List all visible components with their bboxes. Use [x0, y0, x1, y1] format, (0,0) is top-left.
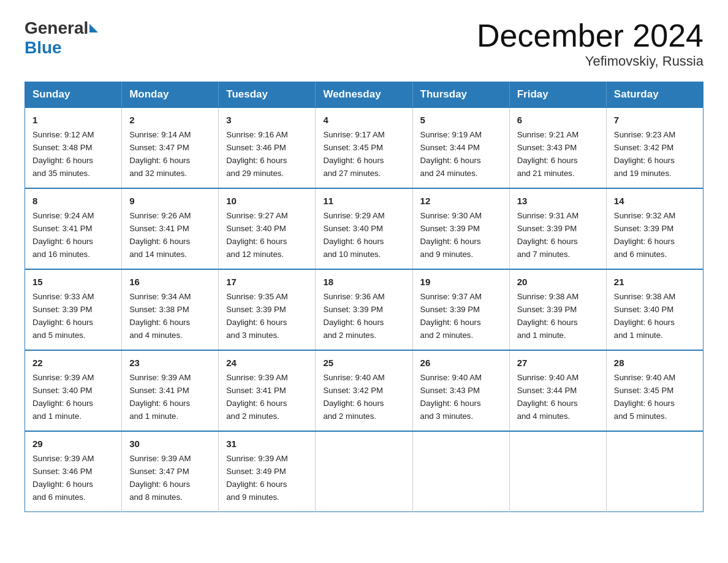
day-of-week-header: Monday: [122, 82, 219, 108]
calendar-week-row: 15Sunrise: 9:33 AM Sunset: 3:39 PM Dayli…: [25, 269, 703, 350]
day-of-week-header: Wednesday: [316, 82, 412, 108]
calendar-day-cell: 20Sunrise: 9:38 AM Sunset: 3:39 PM Dayli…: [509, 269, 606, 350]
calendar-day-cell: 15Sunrise: 9:33 AM Sunset: 3:39 PM Dayli…: [25, 269, 122, 350]
calendar-day-cell: 17Sunrise: 9:35 AM Sunset: 3:39 PM Dayli…: [219, 269, 316, 350]
day-info: Sunrise: 9:26 AM Sunset: 3:41 PM Dayligh…: [129, 211, 191, 259]
calendar-day-cell: 12Sunrise: 9:30 AM Sunset: 3:39 PM Dayli…: [412, 188, 509, 269]
calendar-day-cell: 27Sunrise: 9:40 AM Sunset: 3:44 PM Dayli…: [509, 350, 606, 431]
day-info: Sunrise: 9:19 AM Sunset: 3:44 PM Dayligh…: [420, 130, 482, 178]
day-of-week-header: Saturday: [606, 82, 703, 108]
calendar-day-cell: 5Sunrise: 9:19 AM Sunset: 3:44 PM Daylig…: [412, 107, 509, 188]
logo-arrow-icon: [89, 24, 98, 33]
month-title: December 2024: [477, 18, 703, 53]
day-number: 1: [32, 113, 114, 127]
day-number: 4: [323, 113, 404, 127]
calendar-day-cell: 18Sunrise: 9:36 AM Sunset: 3:39 PM Dayli…: [316, 269, 412, 350]
day-info: Sunrise: 9:21 AM Sunset: 3:43 PM Dayligh…: [517, 130, 578, 178]
day-number: 10: [226, 194, 308, 208]
day-info: Sunrise: 9:29 AM Sunset: 3:40 PM Dayligh…: [323, 211, 384, 259]
calendar-day-cell: 24Sunrise: 9:39 AM Sunset: 3:41 PM Dayli…: [219, 350, 316, 431]
calendar-week-row: 29Sunrise: 9:39 AM Sunset: 3:46 PM Dayli…: [25, 431, 703, 511]
calendar-table: SundayMondayTuesdayWednesdayThursdayFrid…: [25, 82, 703, 512]
day-number: 18: [323, 275, 404, 289]
day-number: 19: [420, 275, 502, 289]
day-info: Sunrise: 9:39 AM Sunset: 3:49 PM Dayligh…: [226, 454, 287, 502]
location-title: Yefimovskiy, Russia: [477, 53, 703, 69]
day-number: 25: [323, 356, 404, 370]
day-number: 22: [32, 356, 114, 370]
calendar-day-cell: 7Sunrise: 9:23 AM Sunset: 3:42 PM Daylig…: [606, 107, 703, 188]
calendar-day-cell: 1Sunrise: 9:12 AM Sunset: 3:48 PM Daylig…: [25, 107, 122, 188]
calendar-week-row: 1Sunrise: 9:12 AM Sunset: 3:48 PM Daylig…: [25, 107, 703, 188]
calendar-day-cell: 4Sunrise: 9:17 AM Sunset: 3:45 PM Daylig…: [316, 107, 412, 188]
day-info: Sunrise: 9:33 AM Sunset: 3:39 PM Dayligh…: [32, 292, 94, 340]
calendar-day-cell: 21Sunrise: 9:38 AM Sunset: 3:40 PM Dayli…: [606, 269, 703, 350]
day-number: 5: [420, 113, 502, 127]
day-number: 3: [226, 113, 308, 127]
calendar-day-cell: [509, 431, 606, 511]
day-number: 30: [129, 437, 211, 451]
calendar-day-cell: 23Sunrise: 9:39 AM Sunset: 3:41 PM Dayli…: [122, 350, 219, 431]
calendar-header-row: SundayMondayTuesdayWednesdayThursdayFrid…: [25, 82, 703, 108]
day-number: 31: [226, 437, 308, 451]
day-of-week-header: Thursday: [412, 82, 509, 108]
day-number: 9: [129, 194, 211, 208]
calendar-day-cell: 10Sunrise: 9:27 AM Sunset: 3:40 PM Dayli…: [219, 188, 316, 269]
day-info: Sunrise: 9:24 AM Sunset: 3:41 PM Dayligh…: [32, 211, 94, 259]
day-info: Sunrise: 9:38 AM Sunset: 3:39 PM Dayligh…: [517, 292, 578, 340]
day-info: Sunrise: 9:14 AM Sunset: 3:47 PM Dayligh…: [129, 130, 191, 178]
day-info: Sunrise: 9:30 AM Sunset: 3:39 PM Dayligh…: [420, 211, 482, 259]
calendar-day-cell: 16Sunrise: 9:34 AM Sunset: 3:38 PM Dayli…: [122, 269, 219, 350]
title-section: December 2024 Yefimovskiy, Russia: [477, 18, 703, 69]
day-number: 13: [517, 194, 599, 208]
calendar-day-cell: 28Sunrise: 9:40 AM Sunset: 3:45 PM Dayli…: [606, 350, 703, 431]
calendar-day-cell: [316, 431, 412, 511]
calendar-day-cell: 11Sunrise: 9:29 AM Sunset: 3:40 PM Dayli…: [316, 188, 412, 269]
day-info: Sunrise: 9:40 AM Sunset: 3:42 PM Dayligh…: [323, 373, 384, 421]
calendar-day-cell: 6Sunrise: 9:21 AM Sunset: 3:43 PM Daylig…: [509, 107, 606, 188]
day-info: Sunrise: 9:37 AM Sunset: 3:39 PM Dayligh…: [420, 292, 482, 340]
calendar-week-row: 8Sunrise: 9:24 AM Sunset: 3:41 PM Daylig…: [25, 188, 703, 269]
day-info: Sunrise: 9:40 AM Sunset: 3:43 PM Dayligh…: [420, 373, 482, 421]
day-info: Sunrise: 9:39 AM Sunset: 3:46 PM Dayligh…: [32, 454, 94, 502]
calendar-week-row: 22Sunrise: 9:39 AM Sunset: 3:40 PM Dayli…: [25, 350, 703, 431]
day-number: 8: [32, 194, 114, 208]
day-info: Sunrise: 9:35 AM Sunset: 3:39 PM Dayligh…: [226, 292, 287, 340]
calendar-day-cell: [412, 431, 509, 511]
calendar-day-cell: 3Sunrise: 9:16 AM Sunset: 3:46 PM Daylig…: [219, 107, 316, 188]
day-info: Sunrise: 9:16 AM Sunset: 3:46 PM Dayligh…: [226, 130, 287, 178]
day-number: 27: [517, 356, 599, 370]
calendar-day-cell: 25Sunrise: 9:40 AM Sunset: 3:42 PM Dayli…: [316, 350, 412, 431]
day-info: Sunrise: 9:23 AM Sunset: 3:42 PM Dayligh…: [614, 130, 675, 178]
day-number: 12: [420, 194, 502, 208]
logo: General Blue: [25, 18, 99, 58]
day-number: 15: [32, 275, 114, 289]
calendar-day-cell: 31Sunrise: 9:39 AM Sunset: 3:49 PM Dayli…: [219, 431, 316, 511]
day-number: 23: [129, 356, 211, 370]
day-info: Sunrise: 9:36 AM Sunset: 3:39 PM Dayligh…: [323, 292, 384, 340]
day-info: Sunrise: 9:12 AM Sunset: 3:48 PM Dayligh…: [32, 130, 94, 178]
day-number: 28: [614, 356, 696, 370]
calendar-day-cell: 22Sunrise: 9:39 AM Sunset: 3:40 PM Dayli…: [25, 350, 122, 431]
day-number: 11: [323, 194, 404, 208]
logo-general-text: General: [25, 18, 88, 38]
day-of-week-header: Sunday: [25, 82, 122, 108]
day-number: 20: [517, 275, 599, 289]
day-info: Sunrise: 9:17 AM Sunset: 3:45 PM Dayligh…: [323, 130, 384, 178]
day-number: 7: [614, 113, 696, 127]
calendar-day-cell: 13Sunrise: 9:31 AM Sunset: 3:39 PM Dayli…: [509, 188, 606, 269]
calendar-day-cell: 8Sunrise: 9:24 AM Sunset: 3:41 PM Daylig…: [25, 188, 122, 269]
day-info: Sunrise: 9:39 AM Sunset: 3:47 PM Dayligh…: [129, 454, 191, 502]
header: General Blue December 2024 Yefimovskiy, …: [25, 18, 703, 69]
day-info: Sunrise: 9:40 AM Sunset: 3:45 PM Dayligh…: [614, 373, 675, 421]
day-info: Sunrise: 9:31 AM Sunset: 3:39 PM Dayligh…: [517, 211, 578, 259]
calendar-day-cell: 29Sunrise: 9:39 AM Sunset: 3:46 PM Dayli…: [25, 431, 122, 511]
day-info: Sunrise: 9:32 AM Sunset: 3:39 PM Dayligh…: [614, 211, 675, 259]
calendar-day-cell: 9Sunrise: 9:26 AM Sunset: 3:41 PM Daylig…: [122, 188, 219, 269]
calendar-day-cell: [606, 431, 703, 511]
day-number: 14: [614, 194, 696, 208]
day-number: 29: [32, 437, 114, 451]
day-info: Sunrise: 9:40 AM Sunset: 3:44 PM Dayligh…: [517, 373, 578, 421]
day-number: 6: [517, 113, 599, 127]
calendar-day-cell: 2Sunrise: 9:14 AM Sunset: 3:47 PM Daylig…: [122, 107, 219, 188]
